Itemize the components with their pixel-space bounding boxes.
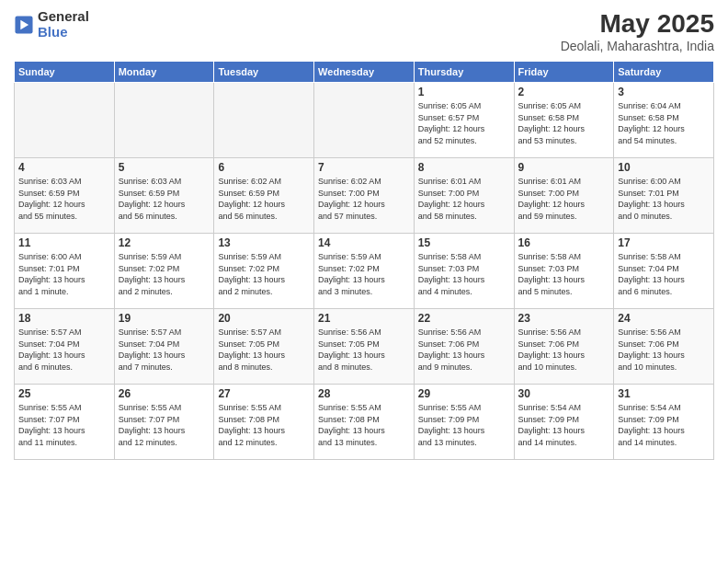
day-info: Sunrise: 5:57 AM Sunset: 7:05 PM Dayligh… [218,327,310,373]
calendar-week-row: 4Sunrise: 6:03 AM Sunset: 6:59 PM Daylig… [15,158,714,234]
day-info: Sunrise: 5:55 AM Sunset: 7:08 PM Dayligh… [218,402,310,448]
day-info: Sunrise: 5:56 AM Sunset: 7:06 PM Dayligh… [418,327,510,373]
calendar-week-row: 11Sunrise: 6:00 AM Sunset: 7:01 PM Dayli… [15,234,714,309]
day-info: Sunrise: 5:57 AM Sunset: 7:04 PM Dayligh… [18,327,110,373]
day-info: Sunrise: 6:02 AM Sunset: 6:59 PM Dayligh… [218,176,310,222]
calendar-cell: 25Sunrise: 5:55 AM Sunset: 7:07 PM Dayli… [15,385,115,460]
day-number: 21 [318,312,410,325]
day-info: Sunrise: 5:56 AM Sunset: 7:05 PM Dayligh… [318,327,410,373]
calendar-cell [314,83,415,158]
calendar: SundayMondayTuesdayWednesdayThursdayFrid… [14,61,714,460]
calendar-cell: 19Sunrise: 5:57 AM Sunset: 7:04 PM Dayli… [114,309,214,385]
day-info: Sunrise: 5:59 AM Sunset: 7:02 PM Dayligh… [318,251,410,297]
calendar-cell: 21Sunrise: 5:56 AM Sunset: 7:05 PM Dayli… [314,309,415,385]
day-number: 6 [218,161,310,174]
day-info: Sunrise: 6:04 AM Sunset: 6:58 PM Dayligh… [618,100,710,146]
day-info: Sunrise: 6:05 AM Sunset: 6:58 PM Dayligh… [518,100,610,146]
day-number: 11 [18,236,110,249]
day-info: Sunrise: 6:00 AM Sunset: 7:01 PM Dayligh… [618,176,710,222]
day-number: 7 [318,161,410,174]
calendar-cell: 12Sunrise: 5:59 AM Sunset: 7:02 PM Dayli… [114,234,214,309]
calendar-cell: 13Sunrise: 5:59 AM Sunset: 7:02 PM Dayli… [214,234,314,309]
calendar-cell: 28Sunrise: 5:55 AM Sunset: 7:08 PM Dayli… [314,385,415,460]
calendar-cell: 20Sunrise: 5:57 AM Sunset: 7:05 PM Dayli… [214,309,314,385]
day-info: Sunrise: 6:03 AM Sunset: 6:59 PM Dayligh… [119,176,210,222]
day-number: 28 [318,387,410,400]
day-number: 2 [518,86,610,98]
day-number: 29 [418,387,510,400]
day-number: 15 [418,236,510,249]
weekday-header: Tuesday [214,62,314,83]
calendar-cell: 22Sunrise: 5:56 AM Sunset: 7:06 PM Dayli… [414,309,514,385]
page: General Blue May 2025 Deolali, Maharasht… [0,0,728,563]
calendar-cell: 26Sunrise: 5:55 AM Sunset: 7:07 PM Dayli… [114,385,214,460]
header: General Blue May 2025 Deolali, Maharasht… [14,9,714,53]
day-number: 5 [119,161,210,174]
calendar-cell: 7Sunrise: 6:02 AM Sunset: 7:00 PM Daylig… [314,158,415,234]
calendar-cell: 3Sunrise: 6:04 AM Sunset: 6:58 PM Daylig… [614,83,714,158]
day-info: Sunrise: 5:59 AM Sunset: 7:02 PM Dayligh… [119,251,210,297]
day-number: 9 [518,161,610,174]
day-number: 22 [418,312,510,325]
calendar-cell: 31Sunrise: 5:54 AM Sunset: 7:09 PM Dayli… [614,385,714,460]
day-info: Sunrise: 5:59 AM Sunset: 7:02 PM Dayligh… [218,251,310,297]
day-number: 3 [618,86,710,98]
day-number: 20 [218,312,310,325]
calendar-cell: 27Sunrise: 5:55 AM Sunset: 7:08 PM Dayli… [214,385,314,460]
calendar-cell [15,83,115,158]
day-number: 25 [18,387,110,400]
main-title: May 2025 [561,9,714,39]
calendar-cell: 5Sunrise: 6:03 AM Sunset: 6:59 PM Daylig… [114,158,214,234]
weekday-header: Monday [114,62,214,83]
calendar-week-row: 1Sunrise: 6:05 AM Sunset: 6:57 PM Daylig… [15,83,714,158]
day-number: 1 [418,86,510,98]
calendar-cell: 14Sunrise: 5:59 AM Sunset: 7:02 PM Dayli… [314,234,415,309]
day-info: Sunrise: 6:03 AM Sunset: 6:59 PM Dayligh… [18,176,110,222]
logo-text: General Blue [38,9,89,40]
calendar-cell: 9Sunrise: 6:01 AM Sunset: 7:00 PM Daylig… [514,158,614,234]
day-number: 8 [418,161,510,174]
day-info: Sunrise: 5:56 AM Sunset: 7:06 PM Dayligh… [518,327,610,373]
day-number: 24 [618,312,710,325]
day-info: Sunrise: 6:00 AM Sunset: 7:01 PM Dayligh… [18,251,110,297]
day-info: Sunrise: 5:54 AM Sunset: 7:09 PM Dayligh… [618,402,710,448]
day-number: 23 [518,312,610,325]
day-info: Sunrise: 5:55 AM Sunset: 7:07 PM Dayligh… [18,402,110,448]
calendar-cell: 6Sunrise: 6:02 AM Sunset: 6:59 PM Daylig… [214,158,314,234]
calendar-cell: 30Sunrise: 5:54 AM Sunset: 7:09 PM Dayli… [514,385,614,460]
day-number: 10 [618,161,710,174]
calendar-cell: 18Sunrise: 5:57 AM Sunset: 7:04 PM Dayli… [15,309,115,385]
day-number: 17 [618,236,710,249]
calendar-cell: 10Sunrise: 6:00 AM Sunset: 7:01 PM Dayli… [614,158,714,234]
weekday-header: Thursday [414,62,514,83]
logo-icon [14,15,34,35]
day-info: Sunrise: 5:56 AM Sunset: 7:06 PM Dayligh… [618,327,710,373]
day-info: Sunrise: 6:01 AM Sunset: 7:00 PM Dayligh… [518,176,610,222]
day-number: 16 [518,236,610,249]
calendar-week-row: 25Sunrise: 5:55 AM Sunset: 7:07 PM Dayli… [15,385,714,460]
weekday-header: Saturday [614,62,714,83]
calendar-cell: 23Sunrise: 5:56 AM Sunset: 7:06 PM Dayli… [514,309,614,385]
day-info: Sunrise: 5:58 AM Sunset: 7:03 PM Dayligh… [418,251,510,297]
day-number: 27 [218,387,310,400]
weekday-header: Wednesday [314,62,415,83]
calendar-cell [114,83,214,158]
logo-blue: Blue [38,25,89,40]
day-number: 14 [318,236,410,249]
day-number: 31 [618,387,710,400]
title-block: May 2025 Deolali, Maharashtra, India [561,9,714,53]
day-info: Sunrise: 5:58 AM Sunset: 7:04 PM Dayligh… [618,251,710,297]
calendar-cell: 2Sunrise: 6:05 AM Sunset: 6:58 PM Daylig… [514,83,614,158]
day-info: Sunrise: 5:54 AM Sunset: 7:09 PM Dayligh… [518,402,610,448]
calendar-cell: 16Sunrise: 5:58 AM Sunset: 7:03 PM Dayli… [514,234,614,309]
calendar-cell: 24Sunrise: 5:56 AM Sunset: 7:06 PM Dayli… [614,309,714,385]
weekday-header: Friday [514,62,614,83]
calendar-cell: 8Sunrise: 6:01 AM Sunset: 7:00 PM Daylig… [414,158,514,234]
day-number: 18 [18,312,110,325]
day-number: 12 [119,236,210,249]
day-number: 26 [119,387,210,400]
day-info: Sunrise: 5:57 AM Sunset: 7:04 PM Dayligh… [119,327,210,373]
day-number: 13 [218,236,310,249]
logo-general: General [38,9,89,25]
day-number: 30 [518,387,610,400]
